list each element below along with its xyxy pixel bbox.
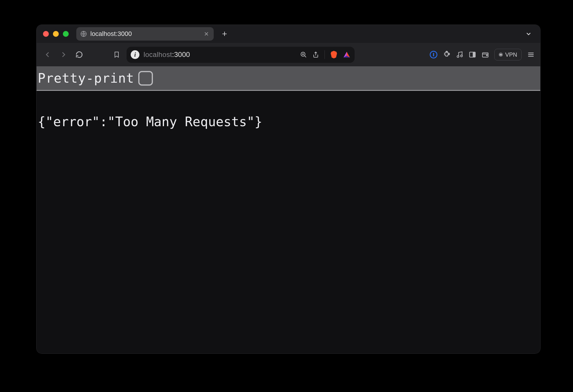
window-inner: localhost:3000 + i localhost:3000 [37,25,540,353]
vpn-label: VPN [505,51,517,58]
svg-point-10 [486,55,487,56]
window-controls [43,31,69,37]
address-url: localhost:3000 [144,51,190,59]
tabs-dropdown-icon[interactable] [525,30,532,37]
back-button[interactable] [42,49,53,60]
brave-rewards-icon[interactable] [343,51,351,58]
svg-point-6 [460,55,462,57]
address-host: localhost [144,51,172,58]
toolbar: i localhost:3000 [37,43,540,66]
onepassword-icon[interactable] [429,51,438,59]
close-window-button[interactable] [43,31,49,37]
fullscreen-window-button[interactable] [63,31,69,37]
zoom-icon[interactable] [300,51,307,58]
forward-button[interactable] [58,49,69,60]
minimize-window-button[interactable] [53,31,59,37]
pretty-print-bar: Pretty-print [37,66,540,91]
response-body: {"error":"Too Many Requests"} [38,114,262,129]
vpn-status-icon [499,53,503,57]
pretty-print-checkbox[interactable] [138,71,153,86]
music-icon[interactable] [456,51,463,58]
bookmark-button[interactable] [111,49,122,60]
page-content: {"error":"Too Many Requests"} [37,91,540,353]
reload-button[interactable] [73,49,85,60]
wallet-icon[interactable] [481,51,489,58]
menu-icon[interactable] [527,51,535,59]
vpn-button[interactable]: VPN [494,49,522,60]
brave-shields-icon[interactable] [330,51,338,59]
globe-icon [80,31,87,37]
tab-active[interactable]: localhost:3000 [76,27,214,41]
toolbar-right: VPN [429,49,535,60]
sidebar-icon[interactable] [469,51,476,58]
new-tab-button[interactable]: + [220,30,229,38]
site-info-icon[interactable]: i [131,50,139,59]
extensions-icon[interactable] [443,51,451,58]
pretty-print-label: Pretty-print [38,71,134,86]
addressbar-divider [325,50,325,59]
close-tab-icon[interactable] [204,31,209,37]
svg-point-5 [457,55,459,58]
share-icon[interactable] [312,51,319,58]
tab-strip: localhost:3000 + [37,25,540,43]
address-port: :3000 [172,51,190,58]
address-icons [300,50,351,59]
svg-rect-8 [473,52,475,57]
browser-window: localhost:3000 + i localhost:3000 [37,25,540,353]
tab-title: localhost:3000 [90,30,200,38]
address-bar[interactable]: i localhost:3000 [127,47,355,63]
